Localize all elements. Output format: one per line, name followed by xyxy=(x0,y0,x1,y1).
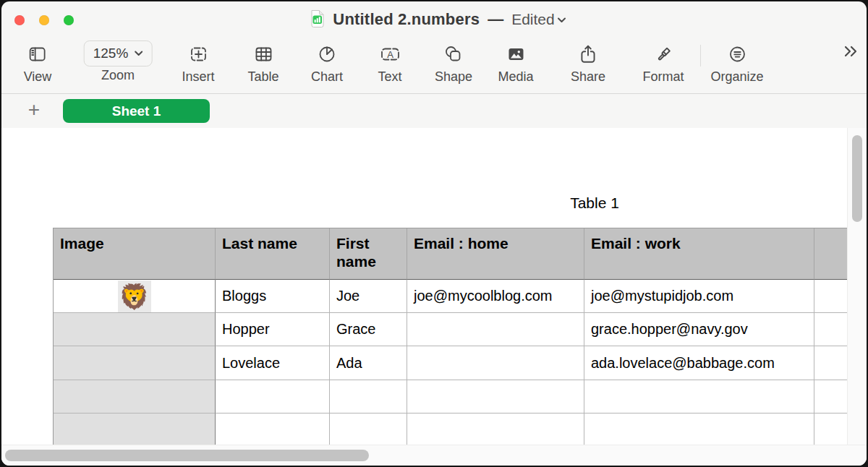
toolbar-label: View xyxy=(24,69,52,85)
toolbar-label: Insert xyxy=(182,69,214,85)
add-sheet-button[interactable]: + xyxy=(23,98,45,121)
toolbar-label: Table xyxy=(247,69,278,85)
table-header-row: Image Last name First name Email : home … xyxy=(54,228,848,280)
cell-email-work[interactable]: joe@mystupidjob.com xyxy=(584,280,814,313)
title-bar: Untitled 2.numbers — Edited xyxy=(1,1,867,38)
lion-emoji-image[interactable]: 🦁 xyxy=(118,280,151,312)
close-button[interactable] xyxy=(14,15,25,25)
table-row xyxy=(54,380,848,414)
edited-dropdown[interactable]: Edited xyxy=(511,11,566,28)
vertical-scrollbar-thumb[interactable] xyxy=(852,135,862,222)
edited-label: Edited xyxy=(511,11,555,28)
horizontal-scrollbar-track[interactable] xyxy=(1,445,867,466)
cell-extra[interactable] xyxy=(814,414,848,445)
cell-email-home[interactable] xyxy=(407,346,584,380)
zoom-dropdown[interactable]: 125% xyxy=(84,40,153,67)
toolbar-label: Chart xyxy=(311,69,343,85)
cell-email-home[interactable]: joe@mycoolblog.com xyxy=(407,280,584,313)
header-cell-email-home[interactable]: Email : home xyxy=(407,228,584,280)
header-cell-extra[interactable] xyxy=(814,228,848,280)
cell-last-name[interactable] xyxy=(216,414,330,445)
toolbar-divider xyxy=(700,45,701,67)
cell-email-home[interactable] xyxy=(407,380,584,414)
cell-first-name[interactable]: Grace xyxy=(330,313,407,346)
toolbar-label: Organize xyxy=(710,69,763,85)
table-grid-icon xyxy=(252,40,274,68)
sheet-tab-sheet1[interactable]: Sheet 1 xyxy=(63,99,210,123)
chevron-down-icon xyxy=(134,51,142,56)
cell-email-home[interactable] xyxy=(407,313,584,346)
cell-image[interactable] xyxy=(54,414,216,445)
horizontal-scrollbar-thumb[interactable] xyxy=(5,450,369,461)
toolbar-label: Media xyxy=(498,69,533,85)
toolbar-zoom-control[interactable]: 125% Zoom xyxy=(84,40,153,83)
cell-email-work[interactable] xyxy=(584,380,814,414)
table-1: Image Last name First name Email : home … xyxy=(53,228,848,445)
cell-first-name[interactable]: Ada xyxy=(330,346,407,380)
media-image-icon xyxy=(505,40,527,68)
toolbar-text-button[interactable]: A Text xyxy=(378,40,401,85)
cell-first-name[interactable] xyxy=(330,380,407,414)
header-cell-last-name[interactable]: Last name xyxy=(216,228,330,280)
shapes-icon xyxy=(443,40,464,68)
sheet-tab-bar: + Sheet 1 xyxy=(1,93,867,129)
cell-image[interactable] xyxy=(54,346,216,380)
cell-email-work[interactable]: grace.hopper@navy.gov xyxy=(584,313,814,346)
cell-image[interactable] xyxy=(54,380,216,414)
sidebar-icon xyxy=(27,40,48,68)
cell-email-work[interactable] xyxy=(584,414,814,445)
toolbar-label: Format xyxy=(642,69,684,85)
toolbar-media-button[interactable]: Media xyxy=(498,40,533,85)
cell-extra[interactable] xyxy=(814,346,848,380)
spreadsheet-canvas: Table 1 Image Last name First name Email… xyxy=(1,128,848,445)
format-brush-icon xyxy=(652,40,674,68)
toolbar: View 125% Zoom Insert xyxy=(1,38,867,94)
toolbar-label: Text xyxy=(378,69,401,85)
toolbar-label: Share xyxy=(571,69,605,85)
toolbar-table-button[interactable]: Table xyxy=(247,40,278,85)
cell-first-name[interactable]: Joe xyxy=(330,280,407,313)
svg-text:A: A xyxy=(387,49,393,60)
fullscreen-button[interactable] xyxy=(64,15,74,25)
cell-last-name[interactable] xyxy=(216,380,330,414)
vertical-scrollbar-track[interactable] xyxy=(847,128,867,445)
numbers-document-icon xyxy=(309,9,326,31)
text-box-icon: A xyxy=(378,40,401,68)
table-row xyxy=(54,414,848,445)
header-cell-first-name[interactable]: First name xyxy=(330,228,407,280)
toolbar-overflow-button[interactable] xyxy=(842,43,859,62)
pie-chart-icon xyxy=(316,40,338,68)
chevron-down-icon xyxy=(557,17,566,23)
cell-last-name[interactable]: Hopper xyxy=(216,313,330,346)
toolbar-organize-button[interactable]: Organize xyxy=(710,40,763,85)
organize-icon xyxy=(726,40,748,68)
toolbar-share-button[interactable]: Share xyxy=(571,40,605,85)
insert-plus-icon xyxy=(187,40,209,68)
cell-extra[interactable] xyxy=(814,380,848,414)
cell-image[interactable] xyxy=(54,313,216,346)
toolbar-chart-button[interactable]: Chart xyxy=(311,40,343,85)
toolbar-label: Shape xyxy=(435,69,472,85)
header-cell-email-work[interactable]: Email : work xyxy=(584,228,814,280)
cell-email-work[interactable]: ada.lovelace@babbage.com xyxy=(584,346,814,380)
traffic-lights xyxy=(14,15,74,25)
cell-last-name[interactable]: Bloggs xyxy=(216,280,330,313)
toolbar-view-button[interactable]: View xyxy=(24,40,52,85)
toolbar-format-button[interactable]: Format xyxy=(642,40,684,85)
cell-first-name[interactable] xyxy=(330,414,407,445)
cell-last-name[interactable]: Lovelace xyxy=(216,346,330,380)
cell-image[interactable]: 🦁 xyxy=(54,280,216,313)
header-cell-image[interactable]: Image xyxy=(54,228,216,280)
cell-extra[interactable] xyxy=(814,280,848,313)
minimize-button[interactable] xyxy=(39,15,49,25)
cell-extra[interactable] xyxy=(814,313,848,346)
cell-email-home[interactable] xyxy=(407,414,584,445)
toolbar-shape-button[interactable]: Shape xyxy=(435,40,472,85)
toolbar-insert-button[interactable]: Insert xyxy=(182,40,214,85)
share-icon xyxy=(577,40,599,68)
table-title[interactable]: Table 1 xyxy=(508,194,681,212)
window-title-group: Untitled 2.numbers — Edited xyxy=(309,9,566,31)
double-chevron-right-icon xyxy=(842,43,859,59)
numbers-window: Untitled 2.numbers — Edited View 125% xyxy=(1,1,867,466)
toolbar-label: Zoom xyxy=(101,68,135,83)
